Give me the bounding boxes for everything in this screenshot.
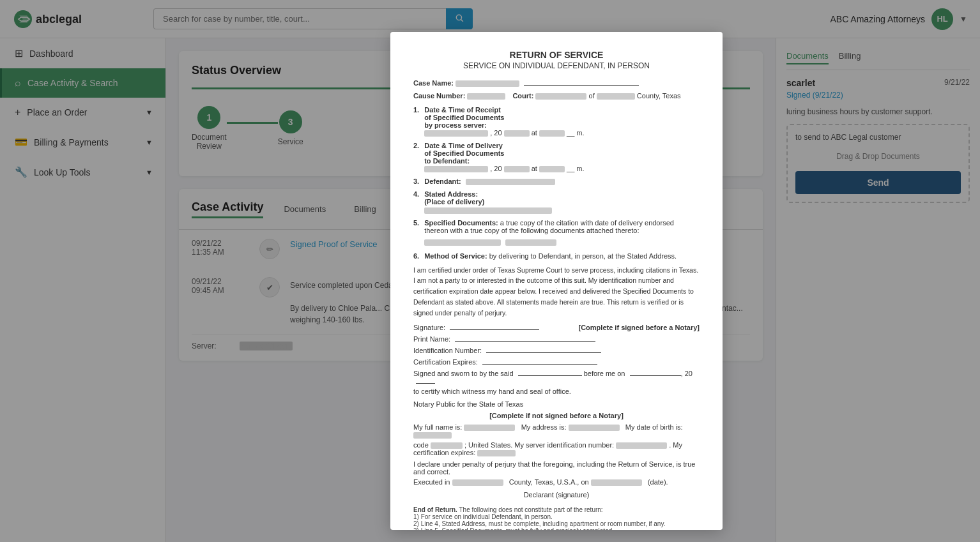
doc-item-6: 6. Method of Service: by delivering to D… — [413, 252, 700, 260]
case-name-line — [524, 85, 639, 86]
court-label: Court: — [512, 92, 533, 100]
doc-subtitle: SERVICE ON INDIVIDUAL DEFENDANT, IN PERS… — [413, 61, 700, 70]
doc-item-3: 3. Defendant: — [413, 177, 700, 185]
zipcode-row: code ; United States. My server identifi… — [413, 441, 700, 456]
cause-number-label: Cause Number: — [413, 92, 465, 100]
doc-item-5: 5. Specified Documents: a true copy of t… — [413, 219, 700, 246]
doc-overlay: RETURN OF SERVICE SERVICE ON INDIVIDUAL … — [390, 32, 723, 530]
county-label: County, Texas — [637, 92, 681, 100]
case-name-field: Case Name: — [413, 79, 700, 87]
not-notary-label: [Complete if not signed before a Notary] — [413, 412, 700, 419]
signature-row: Signature: [Complete if signed before a … — [413, 324, 700, 331]
case-name-redacted — [456, 80, 519, 87]
doc-item-4: 4. Stated Address:(Place of delivery) — [413, 190, 700, 213]
declare-row: I declare under penalty of perjury that … — [413, 460, 700, 476]
of-label: of — [589, 92, 595, 100]
fullname-row: My full name is: My address is: My date … — [413, 423, 700, 439]
cause-number-redacted — [467, 93, 505, 100]
doc-item-1: 1. Date & Time of Receiptof Specified Do… — [413, 106, 700, 137]
doc-end-note: End of Return. The following does not co… — [413, 506, 700, 530]
doc-item-2: 2. Date & Time of Deliveryof Specified D… — [413, 142, 700, 172]
doc-title: RETURN OF SERVICE — [413, 50, 700, 60]
sworn-row: Signed and sworn to by the said before m… — [413, 370, 700, 385]
print-name-row: Print Name: — [413, 335, 700, 343]
declarant-row: Declarant (signature) — [413, 491, 700, 499]
cert-expires-row: Certification Expires: — [413, 358, 700, 366]
county-redacted — [597, 93, 635, 100]
executed-row: Executed in County, Texas, U.S.A., on (d… — [413, 478, 700, 486]
certify-row: to certify which witness my hand and sea… — [413, 388, 700, 395]
cause-number-field: Cause Number: Court: of County, Texas — [413, 92, 700, 100]
id-number-row: Identification Number: — [413, 347, 700, 354]
case-name-label: Case Name: — [413, 79, 454, 87]
doc-numbered-items: 1. Date & Time of Receiptof Specified Do… — [413, 106, 700, 245]
notary-row: Notary Public for the State of Texas — [413, 400, 700, 408]
court-redacted — [535, 93, 586, 100]
doc-body-paragraph: I am certified under order of Texas Supr… — [413, 265, 700, 319]
